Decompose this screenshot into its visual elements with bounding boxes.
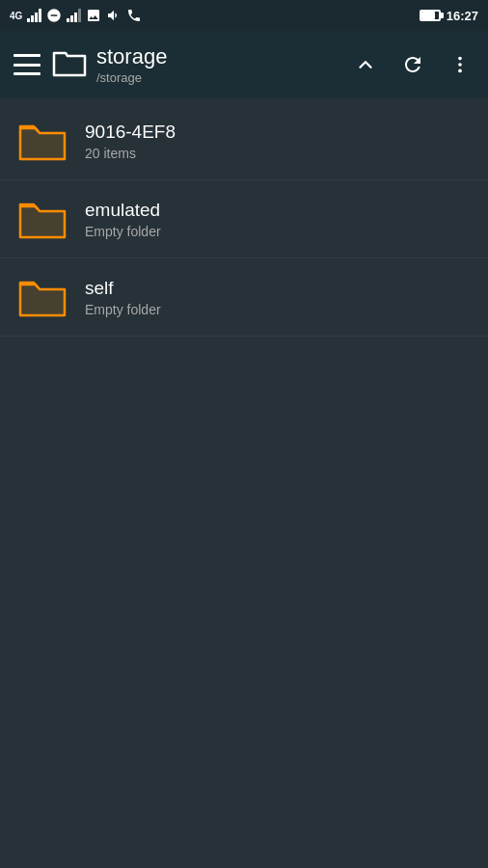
folder-icon-1	[15, 194, 69, 244]
signal-bars-icon	[27, 9, 41, 22]
status-bar-left: 4G	[10, 8, 142, 23]
folder-text-0: 9016-4EF8 20 items	[85, 121, 176, 162]
folder-name: emulated	[85, 199, 161, 223]
folder-item[interactable]: 9016-4EF8 20 items	[0, 102, 488, 180]
refresh-button[interactable]	[397, 49, 428, 80]
toolbar: storage /storage	[0, 31, 488, 98]
status-time: 16:27	[447, 9, 478, 23]
folder-svg-icon	[16, 197, 68, 241]
folder-svg-icon	[16, 275, 68, 319]
svg-point-2	[458, 69, 462, 73]
folder-list: 9016-4EF8 20 items emulated Empty folder	[0, 98, 488, 337]
status-bar-right: 16:27	[420, 9, 478, 23]
folder-name: 9016-4EF8	[85, 121, 176, 145]
navigate-up-button[interactable]	[351, 50, 380, 79]
toolbar-subtitle: /storage	[96, 70, 351, 85]
status-bar: 4G 16:27	[0, 0, 488, 31]
folder-meta: Empty folder	[85, 224, 161, 239]
refresh-icon	[401, 53, 424, 76]
folder-text-1: emulated Empty folder	[85, 199, 161, 240]
svg-point-0	[458, 57, 462, 61]
phone-icon	[126, 8, 142, 23]
folder-meta: 20 items	[85, 146, 176, 161]
folder-meta: Empty folder	[85, 302, 161, 317]
folder-svg-icon	[16, 119, 68, 163]
volume-icon	[106, 8, 122, 23]
folder-icon-2	[15, 272, 69, 322]
svg-point-1	[458, 63, 462, 67]
chevron-up-icon	[355, 54, 376, 75]
toolbar-actions	[351, 49, 474, 80]
toolbar-title-group: storage /storage	[96, 44, 351, 84]
battery-icon	[420, 10, 441, 21]
toolbar-folder-icon	[52, 49, 87, 80]
folder-item[interactable]: emulated Empty folder	[0, 180, 488, 258]
more-vertical-icon	[449, 54, 471, 75]
do-not-disturb-icon	[46, 8, 62, 23]
toolbar-title: storage	[96, 44, 351, 69]
image-icon	[86, 8, 101, 23]
folder-icon-0	[15, 116, 69, 166]
menu-button[interactable]	[14, 54, 41, 75]
folder-name: self	[85, 277, 161, 301]
more-options-button[interactable]	[446, 50, 474, 79]
folder-text-2: self Empty folder	[85, 277, 161, 318]
signal-bars-2-icon	[67, 9, 81, 22]
network-type-icon: 4G	[10, 11, 22, 21]
folder-item[interactable]: self Empty folder	[0, 258, 488, 337]
